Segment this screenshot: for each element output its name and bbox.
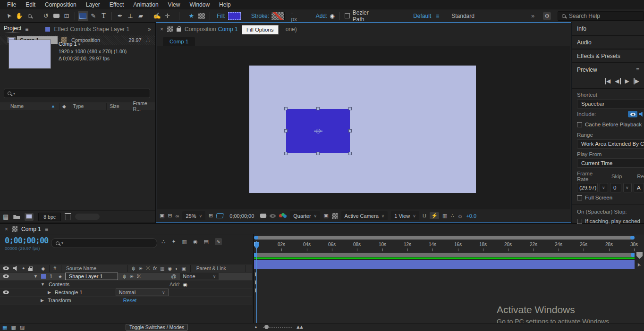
menu-item[interactable]: Help xyxy=(215,0,235,9)
workspace-menu-icon[interactable]: ≡ xyxy=(436,13,439,19)
composition-tab-label[interactable]: Composition xyxy=(185,26,216,33)
toolbar-overflow-icon[interactable]: » xyxy=(531,12,534,19)
parent-dropdown[interactable]: None∨ xyxy=(180,273,219,280)
menu-item[interactable]: Edit xyxy=(21,0,40,9)
frame-rate-caret[interactable]: ∨ xyxy=(600,183,608,192)
range-dropdown[interactable]: Work Area Extended By C xyxy=(577,139,644,149)
frame-blend-icon[interactable]: ▥ xyxy=(182,239,187,245)
camera-dropdown[interactable]: Active Camera∨ xyxy=(341,211,388,220)
composition-tab-comp-name[interactable]: Comp 1 xyxy=(218,26,238,33)
panel-menu-icon[interactable]: ≡ xyxy=(636,66,639,73)
tab-effect-controls[interactable]: Effect Controls Shape Layer 1 xyxy=(54,26,129,33)
clone-stamp-tool-icon[interactable]: ⊥ xyxy=(125,11,136,21)
sidebar-panel-header[interactable]: Audio xyxy=(572,36,644,50)
roto-brush-tool-icon[interactable]: ✍ xyxy=(152,11,162,21)
column-name[interactable]: Name xyxy=(10,103,24,109)
stroke-label[interactable]: Stroke: xyxy=(251,13,269,19)
pen-tool-icon[interactable]: ✎ xyxy=(88,11,99,21)
hand-tool-icon[interactable]: ✋ xyxy=(14,11,25,21)
layer-video-icon[interactable] xyxy=(3,274,9,278)
brush-tool-icon[interactable]: ✒ xyxy=(115,11,125,21)
lock-column-icon[interactable] xyxy=(28,268,33,271)
zoom-out-mountain-icon[interactable]: ▲ xyxy=(254,325,258,329)
close-icon[interactable]: × xyxy=(5,226,8,232)
fill-label[interactable]: Fill: xyxy=(217,13,226,19)
expand-transform-icon[interactable]: ▶ xyxy=(41,298,44,303)
panel-overflow-icon[interactable]: » xyxy=(148,25,151,33)
project-search[interactable]: ▾ xyxy=(4,89,150,98)
comp-marker-bin-icon[interactable] xyxy=(636,252,643,259)
expand-rectangle-icon[interactable]: ▶ xyxy=(48,290,51,295)
motion-blur-icon[interactable]: ◉ xyxy=(193,239,198,245)
first-frame-button[interactable]: ◀ xyxy=(605,78,610,84)
puppet-pin-tool-icon[interactable]: ✛ xyxy=(162,11,173,21)
primary-viewer-icon[interactable]: ⊟ xyxy=(168,213,172,219)
layer-collapse-icon[interactable]: ☀ xyxy=(129,274,134,279)
target-region-icon[interactable]: ▣ xyxy=(323,213,328,219)
column-size[interactable]: Size xyxy=(110,103,119,109)
menu-item[interactable]: View xyxy=(164,0,185,9)
contents-row[interactable]: ▼ Contents Add: ◉ xyxy=(0,281,252,289)
selection-handle[interactable] xyxy=(348,129,352,132)
workspace-settings-icon[interactable]: ⚙ xyxy=(543,12,551,20)
layer-label-chip[interactable] xyxy=(41,274,46,279)
grid-guides-icon[interactable]: ⊞ xyxy=(209,213,213,219)
region-of-interest-icon[interactable] xyxy=(216,213,224,218)
fast-previews-icon[interactable]: ⚡ xyxy=(430,212,439,219)
comp-flowchart-icon[interactable]: ∴ xyxy=(451,213,454,219)
add-label[interactable]: Add: xyxy=(316,13,328,19)
project-bit-depth[interactable]: 8 bpc xyxy=(38,213,61,221)
add-shape-icon[interactable]: ◉ xyxy=(330,13,334,19)
sort-asc-icon[interactable]: ▲ xyxy=(51,104,55,108)
threed-column-icon[interactable]: ▣ xyxy=(181,266,186,271)
full-screen-checkbox[interactable] xyxy=(577,195,582,200)
interpret-footage-icon[interactable]: ▤ xyxy=(3,213,8,220)
timeline-horizontal-scrollbar[interactable] xyxy=(255,236,634,240)
selection-tool-icon[interactable]: ➤ xyxy=(4,11,14,21)
comp-info-title[interactable]: Comp 1 xyxy=(59,41,77,47)
adjustment-column-icon[interactable]: ◐ xyxy=(175,266,178,271)
lock-icon[interactable] xyxy=(177,28,181,32)
source-name-column-label[interactable]: Source Name xyxy=(66,265,96,271)
rectangle-visibility-icon[interactable] xyxy=(3,290,9,294)
viewer-tab-comp1[interactable]: Comp 1 xyxy=(163,37,195,46)
transform-row[interactable]: ▶ Transform Reset xyxy=(0,297,252,305)
channel-icon[interactable] xyxy=(279,213,287,219)
transparency-grid-icon[interactable] xyxy=(196,11,207,21)
include-audio-icon[interactable] xyxy=(639,112,644,117)
selection-handle[interactable] xyxy=(316,152,320,155)
tab-project[interactable]: Project xyxy=(4,25,21,33)
expand-layer-switches-icon[interactable]: ▦ xyxy=(2,324,7,331)
new-folder-icon[interactable] xyxy=(13,214,20,219)
frame-rate-dropdown[interactable]: (29.97) xyxy=(577,183,598,192)
selection-handle[interactable] xyxy=(284,152,288,155)
solo-column-icon[interactable]: ● xyxy=(22,266,25,271)
selection-handle[interactable] xyxy=(348,152,352,155)
layer-shy-icon[interactable]: ψ xyxy=(123,274,126,279)
workspace-default[interactable]: Default xyxy=(413,13,431,19)
previous-frame-button[interactable]: ◀ xyxy=(615,78,620,84)
column-frame-rate[interactable]: Frame R... xyxy=(133,100,155,112)
selection-handle[interactable] xyxy=(284,129,288,132)
fx-column-icon[interactable]: fx xyxy=(153,266,157,271)
menu-item[interactable]: Composition xyxy=(41,0,81,9)
time-ruler[interactable]: 0s02s04s06s08s10s12s14s16s18s20s22s24s26… xyxy=(254,241,635,252)
play-button[interactable]: ▶ xyxy=(625,78,629,84)
play-from-dropdown[interactable]: Current Time xyxy=(577,158,644,168)
zoom-in-mountains-icon[interactable]: ▲▲ xyxy=(296,324,302,330)
add-property-icon[interactable]: ◉ xyxy=(183,281,188,288)
graph-editor-icon[interactable]: ∿ xyxy=(215,238,222,245)
composition-canvas[interactable] xyxy=(249,66,476,193)
resolution-dropdown[interactable]: Quarter∨ xyxy=(290,211,320,220)
close-icon[interactable]: × xyxy=(160,26,163,33)
draft-3d-icon[interactable]: ✦ xyxy=(171,239,176,245)
fill-color-swatch[interactable] xyxy=(228,12,241,20)
composition-viewport[interactable] xyxy=(157,46,570,209)
stroke-color-swatch[interactable] xyxy=(271,12,284,20)
rectangle-1-row[interactable]: ▶ Rectangle 1 Normal∨ xyxy=(0,289,252,297)
transform-reset-link[interactable]: Reset xyxy=(123,298,137,303)
comp-flowchart-icon[interactable]: ∴ xyxy=(161,238,165,245)
star-tool-icon[interactable]: ★ xyxy=(186,11,196,21)
panel-menu-icon[interactable]: ≡ xyxy=(45,226,48,232)
help-search-input[interactable] xyxy=(569,13,640,19)
